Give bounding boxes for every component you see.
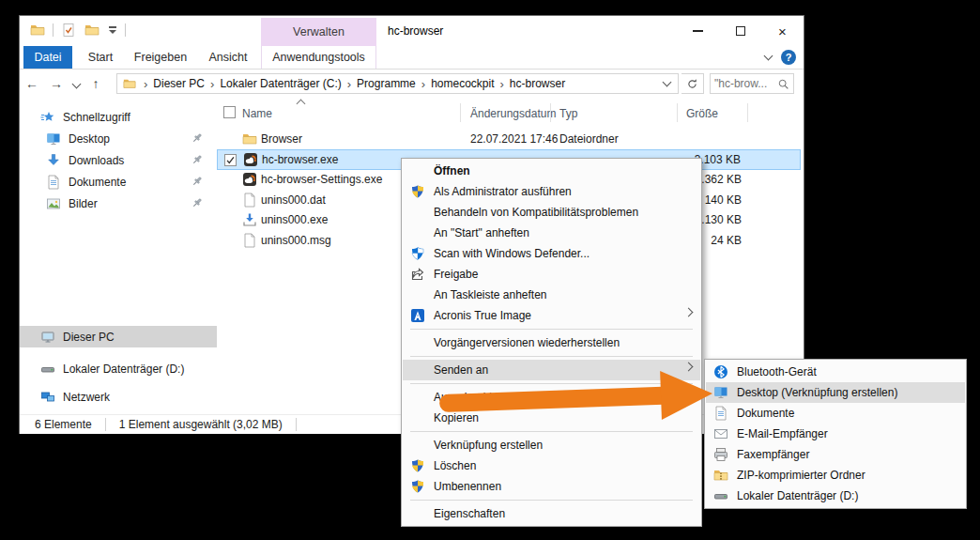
breadcrumb-programme[interactable]: Programme xyxy=(355,77,418,90)
submenu-item-bluetooth[interactable]: Bluetooth-Gerät xyxy=(706,362,965,382)
desktop-icon xyxy=(46,131,61,147)
customize-toolbar-dropdown-icon[interactable] xyxy=(107,26,118,34)
menu-item-acronis-true-image[interactable]: Acronis True Image xyxy=(403,305,700,326)
menu-item-oeffnen[interactable]: Öffnen xyxy=(403,161,700,181)
downloads-icon xyxy=(46,153,61,168)
submenu-item-fax[interactable]: Faxempfänger xyxy=(706,444,965,465)
refresh-button[interactable] xyxy=(681,73,704,94)
menu-item-eigenschaften[interactable]: Eigenschaften xyxy=(403,503,700,524)
up-button[interactable]: ↑ xyxy=(84,76,108,91)
help-icon[interactable]: ? xyxy=(781,50,796,65)
breadcrumb-homecockpit[interactable]: homecockpit xyxy=(429,77,496,90)
folder-icon xyxy=(242,131,257,147)
back-button[interactable]: ← xyxy=(20,76,44,91)
sidebar-item-bilder[interactable]: Bilder xyxy=(20,193,217,214)
sidebar-item-label: Dokumente xyxy=(69,176,126,189)
submenu-item-email[interactable]: E-Mail-Empfänger xyxy=(706,424,965,444)
status-item-count: 6 Elemente xyxy=(20,418,92,431)
pin-icon xyxy=(191,131,204,145)
menu-item-kompatibilitaet[interactable]: Behandeln von Kompatibilitätsproblemen xyxy=(403,202,700,223)
sidebar-item-netzwerk[interactable]: Netzwerk xyxy=(20,386,217,408)
screenshot: Verwalten hc-browser × Datei Start Freig… xyxy=(0,0,980,540)
window-title: hc-browser xyxy=(388,16,443,46)
folder-icon[interactable] xyxy=(29,22,46,39)
fax-icon xyxy=(713,447,728,462)
tab-datei[interactable]: Datei xyxy=(23,46,72,69)
menu-item-an-taskleiste-anheften[interactable]: An Taskleiste anheften xyxy=(403,285,700,305)
minimize-button[interactable] xyxy=(677,16,719,46)
pin-icon xyxy=(191,153,204,166)
address-dropdown-icon[interactable] xyxy=(663,78,672,87)
uac-shield-icon xyxy=(410,458,425,473)
sidebar-item-laufwerk-d[interactable]: Lokaler Datenträger (D:) xyxy=(20,358,217,379)
file-icon xyxy=(242,233,257,248)
contextual-tab-verwalten[interactable]: Verwalten xyxy=(261,18,376,46)
history-dropdown-icon[interactable] xyxy=(69,77,84,90)
annotation-arrow-body xyxy=(439,387,664,412)
divider xyxy=(53,23,54,37)
breadcrumb[interactable]: › Dieser PC › Lokaler Datenträger (C:) ›… xyxy=(116,73,679,94)
documents-icon xyxy=(713,406,728,421)
forward-button[interactable]: → xyxy=(44,76,69,91)
row-checkbox-checked[interactable] xyxy=(224,154,237,166)
network-icon xyxy=(40,390,55,405)
sidebar-item-label: Netzwerk xyxy=(63,391,110,404)
file-row-browser[interactable]: Browser 22.07.2021 17:46 Dateiordner xyxy=(217,129,801,149)
menu-item-windows-defender-scan[interactable]: Scan with Windows Defender... xyxy=(403,243,700,264)
send-to-submenu: Bluetooth-Gerät Desktop (Verknüpfung ers… xyxy=(704,359,967,509)
breadcrumb-hc-browser[interactable]: hc-browser xyxy=(508,77,567,90)
menu-item-verknuepfung-erstellen[interactable]: Verknüpfung erstellen xyxy=(403,435,700,455)
menu-item-als-administrator[interactable]: Als Administrator ausführen xyxy=(403,181,700,202)
column-header-date[interactable]: Änderungsdatum xyxy=(470,107,556,120)
menu-item-umbenennen[interactable]: Umbenennen xyxy=(403,476,700,497)
desktop-icon xyxy=(713,385,728,400)
menu-separator xyxy=(410,329,693,330)
close-button[interactable]: × xyxy=(761,16,804,46)
sidebar-item-dieser-pc[interactable]: Dieser PC xyxy=(20,326,217,347)
ribbon-tabs: Datei Start Freigeben Ansicht Anwendungs… xyxy=(20,46,804,69)
breadcrumb-separator: › xyxy=(418,77,429,91)
new-folder-icon[interactable] xyxy=(84,22,100,39)
submenu-item-zip-ordner[interactable]: ZIP-komprimierter Ordner xyxy=(706,465,965,486)
expand-ribbon-icon[interactable] xyxy=(764,52,773,61)
menu-item-loeschen[interactable]: Löschen xyxy=(403,455,700,476)
submenu-item-laufwerk-d[interactable]: Lokaler Datenträger (D:) xyxy=(706,486,965,506)
breadcrumb-dieser-pc[interactable]: Dieser PC xyxy=(151,77,207,90)
select-all-checkbox[interactable] xyxy=(223,106,236,118)
column-header-size[interactable]: Größe xyxy=(686,107,718,120)
titlebar: Verwalten hc-browser × xyxy=(20,16,804,46)
sidebar-item-dokumente[interactable]: Dokumente xyxy=(20,171,217,193)
sidebar-item-desktop[interactable]: Desktop xyxy=(20,128,217,149)
tab-freigeben[interactable]: Freigeben xyxy=(123,46,198,69)
properties-check-icon[interactable] xyxy=(60,22,77,39)
annotation-arrow-head xyxy=(660,369,713,420)
sidebar-item-label: Desktop xyxy=(69,132,110,146)
menu-item-an-start-anheften[interactable]: An "Start" anheften xyxy=(403,223,700,243)
menu-item-vorgaengerversionen[interactable]: Vorgängerversionen wiederherstellen xyxy=(403,332,700,353)
annotation-arrow xyxy=(436,367,713,429)
documents-icon xyxy=(46,175,61,190)
sidebar-item-schnellzugriff[interactable]: Schnellzugriff xyxy=(20,106,217,128)
sort-ascending-icon xyxy=(297,100,306,109)
menu-separator xyxy=(410,431,693,432)
breadcrumb-laufwerk-c[interactable]: Lokaler Datenträger (C:) xyxy=(218,77,343,90)
quick-access-star-icon xyxy=(40,110,55,125)
search-icon xyxy=(777,78,789,90)
breadcrumb-separator: › xyxy=(140,77,151,91)
column-header-name[interactable]: Name xyxy=(242,107,272,120)
folder-icon xyxy=(123,77,136,90)
navigation-pane: Schnellzugriff Desktop Downloads xyxy=(20,98,217,414)
sidebar-item-downloads[interactable]: Downloads xyxy=(20,149,217,171)
uac-shield-icon xyxy=(410,184,425,199)
menu-item-freigabe[interactable]: Freigabe xyxy=(403,264,700,285)
tab-start[interactable]: Start xyxy=(78,46,123,69)
submenu-arrow-icon xyxy=(684,308,694,317)
search-input[interactable]: "hc-brow... xyxy=(710,73,794,94)
submenu-item-dokumente[interactable]: Dokumente xyxy=(706,403,965,424)
column-header-type[interactable]: Typ xyxy=(559,107,577,120)
bluetooth-icon xyxy=(713,364,728,379)
submenu-item-desktop-verknuepfung[interactable]: Desktop (Verknüpfung erstellen) xyxy=(706,382,965,403)
tab-ansicht[interactable]: Ansicht xyxy=(198,46,258,69)
maximize-button[interactable] xyxy=(719,16,761,46)
tab-anwendungstools[interactable]: Anwendungstools xyxy=(261,46,376,69)
